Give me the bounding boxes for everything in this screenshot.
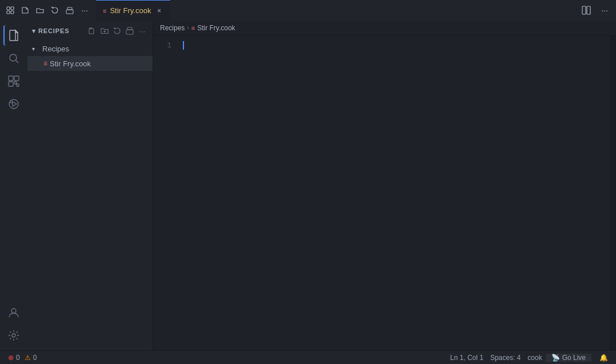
- line-number-1: 1: [153, 40, 171, 51]
- svg-rect-25: [126, 30, 133, 34]
- minimap: [609, 35, 616, 350]
- svg-rect-7: [587, 6, 590, 14]
- tab-label: Stir Fry.cook: [110, 6, 151, 15]
- sidebar-chevron-icon: ▾: [32, 27, 36, 35]
- new-file-icon[interactable]: [19, 5, 31, 16]
- folder-chevron-icon: ▾: [32, 46, 40, 52]
- warning-icon: ⚠: [25, 354, 31, 362]
- svg-rect-14: [14, 82, 17, 84]
- status-right: Ln 1, Col 1 Spaces: 4 cook 📡 Go Live 🔔: [447, 354, 611, 362]
- error-count: 0: [16, 354, 20, 362]
- open-folder-icon[interactable]: [34, 5, 46, 16]
- new-folder-sidebar-icon[interactable]: [99, 25, 110, 37]
- activity-run-icon[interactable]: [3, 94, 24, 114]
- svg-rect-8: [10, 30, 15, 41]
- breadcrumb-file[interactable]: ≡ Stir Fry.cook: [191, 24, 235, 32]
- svg-rect-3: [11, 11, 14, 14]
- status-position-item[interactable]: Ln 1, Col 1: [447, 354, 487, 362]
- svg-rect-0: [7, 7, 10, 10]
- title-bar-left: ···: [5, 5, 90, 16]
- line-numbers: 1: [153, 35, 181, 350]
- svg-rect-2: [7, 11, 10, 14]
- svg-point-19: [11, 309, 16, 313]
- file-label: Stir Fry.cook: [50, 59, 91, 68]
- activity-bar-top: [3, 25, 24, 302]
- refresh-sidebar-icon[interactable]: [111, 25, 123, 37]
- breadcrumb-file-label: Stir Fry.cook: [197, 24, 235, 32]
- sidebar-header: ▾ Recipes: [27, 21, 153, 41]
- sidebar-folder-toggle[interactable]: ▾ Recipes: [32, 27, 69, 35]
- breadcrumb-file-type-icon: ≡: [191, 25, 195, 31]
- explorer-tab-icon[interactable]: [5, 5, 16, 16]
- svg-rect-4: [66, 10, 73, 14]
- warning-count: 0: [33, 354, 37, 362]
- code-line-1: [181, 40, 609, 51]
- activity-extensions-icon[interactable]: [3, 71, 24, 91]
- status-language-item[interactable]: cook: [524, 354, 545, 362]
- spaces-label: Spaces: 4: [490, 354, 521, 362]
- code-editor[interactable]: 1: [153, 35, 616, 350]
- svg-rect-26: [127, 27, 132, 30]
- svg-rect-13: [9, 82, 13, 86]
- sidebar: ▾ Recipes: [27, 21, 153, 350]
- collapse-all-sidebar-icon[interactable]: [124, 25, 135, 37]
- breadcrumb: Recipes › ≡ Stir Fry.cook: [153, 21, 616, 35]
- language-label: cook: [527, 354, 542, 362]
- split-editor-button[interactable]: [579, 3, 593, 17]
- tree-item-recipes-folder[interactable]: ▾ Recipes: [27, 41, 153, 56]
- code-content[interactable]: [181, 35, 609, 350]
- tab-area: ≡ Stir Fry.cook ×: [96, 0, 579, 21]
- activity-search-icon[interactable]: [3, 48, 24, 69]
- sidebar-header-icons: ···: [86, 25, 148, 37]
- bell-symbol: 🔔: [599, 354, 608, 362]
- editor-area: Recipes › ≡ Stir Fry.cook 1: [153, 21, 616, 350]
- breadcrumb-folder-label: Recipes: [160, 24, 185, 32]
- activity-bar-bottom: [3, 302, 24, 350]
- svg-line-10: [16, 61, 18, 63]
- cursor-position: Ln 1, Col 1: [450, 354, 483, 362]
- main-area: ▾ Recipes: [0, 21, 616, 350]
- svg-rect-15: [17, 84, 19, 86]
- refresh-icon[interactable]: [49, 5, 61, 16]
- go-live-icon: 📡: [551, 354, 560, 362]
- svg-point-9: [10, 54, 17, 61]
- more-actions-titlebar-icon[interactable]: ···: [79, 5, 90, 16]
- title-bar-right: ···: [579, 3, 611, 17]
- folder-label: Recipes: [42, 45, 69, 53]
- status-bar: ⊗ 0 ⚠ 0 Ln 1, Col 1 Spaces: 4 cook 📡 Go …: [0, 350, 616, 364]
- more-sidebar-icon[interactable]: ···: [137, 25, 148, 37]
- tree-item-stir-fry[interactable]: ≡ Stir Fry.cook: [27, 56, 153, 71]
- collapse-icon[interactable]: [64, 5, 75, 16]
- sidebar-title: Recipes: [38, 27, 69, 34]
- file-type-icon: ≡: [43, 59, 47, 67]
- activity-account-icon[interactable]: [3, 302, 24, 323]
- svg-rect-1: [11, 7, 14, 10]
- activity-settings-icon[interactable]: [3, 325, 24, 346]
- breadcrumb-separator-icon: ›: [187, 25, 189, 31]
- svg-rect-11: [9, 76, 13, 81]
- tab-close-button[interactable]: ×: [154, 6, 163, 15]
- go-live-button[interactable]: 📡 Go Live: [546, 354, 591, 362]
- status-spaces-item[interactable]: Spaces: 4: [487, 354, 524, 362]
- svg-rect-6: [582, 6, 586, 14]
- svg-marker-17: [13, 102, 17, 106]
- tab-file-type-icon: ≡: [103, 7, 106, 14]
- new-file-sidebar-icon[interactable]: [86, 25, 98, 37]
- status-left: ⊗ 0 ⚠ 0: [5, 354, 447, 362]
- go-live-label: Go Live: [562, 354, 586, 362]
- activity-bar: [0, 21, 27, 350]
- tab-stir-fry[interactable]: ≡ Stir Fry.cook ×: [96, 0, 170, 21]
- error-icon: ⊗: [8, 354, 14, 362]
- svg-point-20: [12, 334, 15, 337]
- svg-rect-12: [14, 76, 19, 81]
- more-actions-button[interactable]: ···: [598, 3, 611, 17]
- activity-files-icon[interactable]: [3, 25, 24, 46]
- text-cursor: [183, 41, 184, 50]
- notification-bell-icon[interactable]: 🔔: [596, 354, 611, 362]
- title-bar: ··· ≡ Stir Fry.cook × ···: [0, 0, 616, 21]
- svg-rect-5: [67, 7, 72, 10]
- sidebar-tree: ▾ Recipes ≡ Stir Fry.cook: [27, 41, 153, 350]
- status-errors-item[interactable]: ⊗ 0 ⚠ 0: [5, 354, 40, 362]
- breadcrumb-folder[interactable]: Recipes: [160, 24, 185, 32]
